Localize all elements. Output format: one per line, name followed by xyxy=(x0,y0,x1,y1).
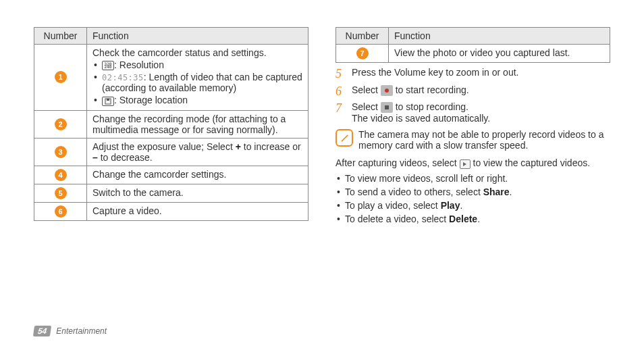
row7-text: View the photo or video you captured las… xyxy=(389,45,610,63)
svg-rect-1 xyxy=(107,99,109,101)
th-number-r: Number xyxy=(336,28,389,45)
action-item: To play a video, select Play. xyxy=(336,200,610,211)
right-table: Number Function 7 View the photo or vide… xyxy=(336,27,610,63)
row2-text: Change the recording mode (for attaching… xyxy=(87,110,308,138)
action-item: To view more videos, scroll left or righ… xyxy=(336,173,610,184)
after-text: After capturing videos, select to view t… xyxy=(336,157,610,168)
row-badge-7: 7 xyxy=(356,47,369,59)
row6-text: Capture a video. xyxy=(87,202,308,220)
note-text: The camera may not be able to properly r… xyxy=(358,129,610,151)
row1-lead: Check the camcorder status and settings. xyxy=(92,47,302,58)
page-footer: 54 Entertainment xyxy=(34,326,107,336)
table-row: 3 Adjust the exposure value; Select + to… xyxy=(34,138,308,166)
resolution-icon: 320 240 320240 xyxy=(102,61,114,70)
row1-b1-text: : Resolution xyxy=(114,59,164,70)
timer-icon: 02:45:35 xyxy=(102,73,144,82)
step-text: Select to start recording. xyxy=(352,84,610,96)
table-row: 5 Switch to the camera. xyxy=(34,184,308,202)
page-number: 54 xyxy=(33,326,52,336)
left-column: Number Function 1 Check the camcorder st… xyxy=(34,27,308,227)
record-icon xyxy=(381,85,393,96)
actions-list: To view more videos, scroll left or righ… xyxy=(336,173,610,224)
table-row: 7 View the photo or video you captured l… xyxy=(336,45,610,63)
row-badge-3: 3 xyxy=(55,146,67,158)
step-extra: The video is saved automatically. xyxy=(352,113,610,124)
table-row: 2 Change the recording mode (for attachi… xyxy=(34,110,308,138)
row-badge-1: 1 xyxy=(55,71,67,83)
step-7: 7 Select to stop recording. The video is… xyxy=(336,101,610,124)
step-6: 6 Select to start recording. xyxy=(336,84,610,99)
step-5: 5 Press the Volume key to zoom in or out… xyxy=(336,67,610,82)
row4-text: Change the camcorder settings. xyxy=(87,166,308,184)
row1-b3-text: : Storage location xyxy=(114,95,188,105)
th-number: Number xyxy=(34,28,87,45)
storage-icon xyxy=(102,97,114,106)
step-number: 6 xyxy=(336,84,345,99)
steps-list: 5 Press the Volume key to zoom in or out… xyxy=(336,67,610,124)
row-badge-6: 6 xyxy=(55,205,67,218)
row1-bullets: 320 240 320240 : Resolution 02:45:35: Le… xyxy=(92,59,302,106)
right-column: Number Function 7 View the photo or vide… xyxy=(336,27,610,227)
action-item: To send a video to others, select Share. xyxy=(336,186,610,197)
action-item: To delete a video, select Delete. xyxy=(336,214,610,224)
note-icon xyxy=(336,129,353,147)
th-function: Function xyxy=(87,28,308,45)
section-title: Entertainment xyxy=(56,326,107,336)
play-icon xyxy=(460,159,471,169)
row-badge-5: 5 xyxy=(55,187,67,199)
step-text: Select to stop recording. The video is s… xyxy=(352,101,610,124)
note-box: The camera may not be able to properly r… xyxy=(336,129,610,151)
th-function-r: Function xyxy=(389,28,610,45)
step-number: 5 xyxy=(336,67,345,82)
row3-text: Adjust the exposure value; Select + to i… xyxy=(87,138,308,166)
step-text: Press the Volume key to zoom in or out. xyxy=(352,67,610,78)
row5-text: Switch to the camera. xyxy=(87,184,308,202)
row-badge-2: 2 xyxy=(55,118,67,130)
left-table: Number Function 1 Check the camcorder st… xyxy=(34,27,308,221)
table-row: 1 Check the camcorder status and setting… xyxy=(34,45,308,111)
step-number: 7 xyxy=(336,101,345,116)
stop-icon xyxy=(381,102,393,113)
table-row: 4 Change the camcorder settings. xyxy=(34,166,308,184)
row-badge-4: 4 xyxy=(55,169,67,181)
table-row: 6 Capture a video. xyxy=(34,202,308,220)
